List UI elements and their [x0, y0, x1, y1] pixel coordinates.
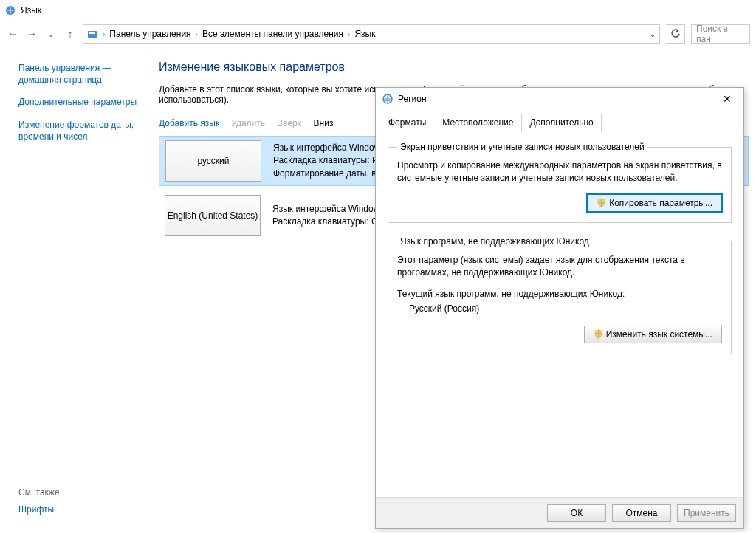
window-titlebar: Язык	[0, 0, 756, 21]
region-dialog: Регион ✕ Форматы Местоположение Дополнит…	[375, 87, 744, 529]
chevron-right-icon: ›	[103, 30, 105, 38]
window-title: Язык	[21, 5, 41, 16]
button-label: Копировать параметры...	[609, 198, 712, 208]
move-up-link[interactable]: Вверх	[277, 118, 301, 128]
tab-location[interactable]: Местоположение	[434, 114, 521, 131]
breadcrumb[interactable]: Все элементы панели управления	[202, 29, 343, 39]
copy-settings-button[interactable]: Копировать параметры...	[587, 194, 722, 212]
shield-icon	[594, 329, 603, 339]
cancel-button[interactable]: Отмена	[612, 504, 671, 522]
search-input[interactable]: Поиск в пан	[691, 24, 750, 44]
apply-button[interactable]: Применить	[677, 504, 736, 522]
add-language-link[interactable]: Добавить язык	[159, 118, 219, 128]
welcome-screen-group: Экран приветствия и учетные записи новых…	[388, 142, 732, 223]
app-icon	[4, 4, 16, 16]
address-bar[interactable]: › Панель управления › Все элементы панел…	[83, 24, 660, 44]
sidebar-home-link[interactable]: Панель управления — домашняя страница	[18, 62, 144, 86]
group-text: Этот параметр (язык системы) задает язык…	[397, 254, 722, 280]
breadcrumb[interactable]: Язык	[354, 29, 375, 39]
dialog-footer: ОК Отмена Применить	[376, 497, 743, 528]
page-title: Изменение языковых параметров	[159, 61, 749, 74]
svg-rect-1	[88, 31, 97, 38]
language-tile: русский	[165, 140, 261, 182]
chevron-right-icon: ›	[348, 30, 350, 38]
language-tile: English (United States)	[165, 195, 261, 236]
current-lang-value: Русский (Россия)	[409, 303, 722, 314]
group-text: Просмотр и копирование международных пар…	[397, 159, 722, 185]
current-lang-label: Текущий язык программ, не поддерживающих…	[397, 289, 722, 299]
sidebar-link-fonts[interactable]: Шрифты	[18, 503, 144, 515]
address-dropdown-icon[interactable]: ⌄	[649, 29, 656, 39]
forward-button[interactable]: →	[25, 27, 38, 41]
dialog-tabs: Форматы Местоположение Дополнительно	[376, 110, 743, 131]
globe-icon	[382, 93, 394, 105]
remove-language-link[interactable]: Удалить	[231, 118, 265, 128]
back-button[interactable]: ←	[6, 27, 19, 41]
search-placeholder: Поиск в пан	[696, 24, 745, 44]
dialog-titlebar: Регион ✕	[376, 88, 743, 110]
tab-formats[interactable]: Форматы	[380, 114, 434, 131]
change-system-locale-button[interactable]: Изменить язык системы...	[584, 326, 722, 343]
shield-icon	[597, 198, 606, 207]
address-icon	[86, 28, 98, 40]
non-unicode-group: Язык программ, не поддерживающих Юникод …	[388, 236, 732, 354]
chevron-right-icon: ›	[196, 30, 198, 38]
button-label: Изменить язык системы...	[606, 329, 712, 340]
refresh-button[interactable]	[666, 24, 685, 44]
recent-dropdown-icon[interactable]: ⌄	[44, 27, 58, 41]
ok-button[interactable]: ОК	[547, 504, 606, 522]
see-also-label: См. также	[18, 487, 144, 498]
group-legend: Язык программ, не поддерживающих Юникод	[397, 236, 592, 247]
nav-arrows: ← → ⌄ ↑	[6, 27, 77, 41]
sidebar-link-formats[interactable]: Изменение форматов даты, времени и чисел	[18, 119, 144, 142]
navigation-bar: ← → ⌄ ↑ › Панель управления › Все элемен…	[0, 21, 756, 47]
sidebar: Панель управления — домашняя страница До…	[0, 47, 151, 533]
move-down-link[interactable]: Вниз	[314, 118, 334, 128]
dialog-title: Регион	[398, 94, 709, 104]
dialog-body: Экран приветствия и учетные записи новых…	[376, 131, 743, 497]
tab-advanced[interactable]: Дополнительно	[521, 114, 601, 131]
close-button[interactable]: ✕	[714, 90, 740, 108]
up-button[interactable]: ↑	[63, 27, 77, 41]
group-legend: Экран приветствия и учетные записи новых…	[397, 142, 647, 152]
sidebar-link-advanced[interactable]: Дополнительные параметры	[18, 96, 144, 108]
svg-rect-2	[89, 32, 95, 34]
breadcrumb[interactable]: Панель управления	[109, 29, 190, 39]
